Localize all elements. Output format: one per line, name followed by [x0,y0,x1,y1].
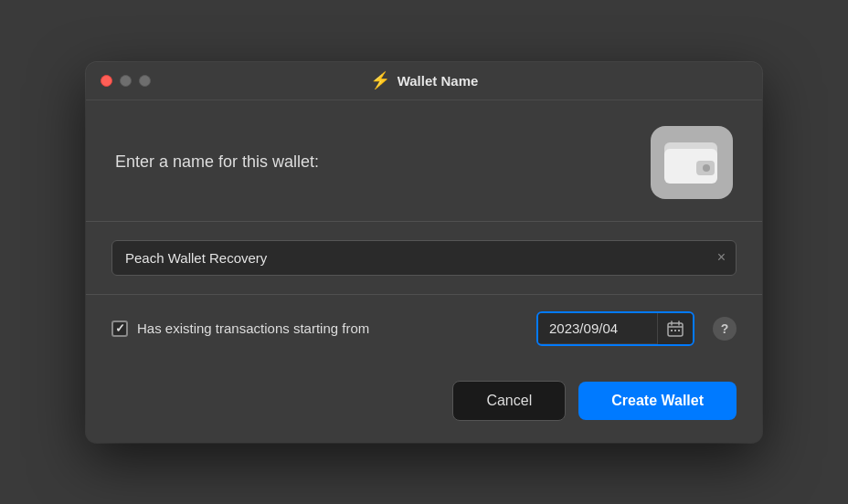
date-input[interactable] [538,313,657,343]
existing-transactions-label: Has existing transactions starting from [137,320,369,336]
svg-rect-8 [671,330,673,331]
svg-rect-10 [678,330,680,331]
existing-transactions-wrapper: ✓ Has existing transactions starting fro… [111,320,525,337]
wallet-icon-container [651,126,733,199]
svg-point-3 [703,164,710,172]
title-bar: ⚡ Wallet Name [86,62,762,100]
existing-transactions-checkbox[interactable]: ✓ [111,320,128,337]
dialog-title: Wallet Name [398,73,479,89]
dialog-content: Enter a name for this wallet: × [86,100,762,443]
title-lightning-icon: ⚡ [370,70,390,90]
wallet-name-label: Enter a name for this wallet: [115,152,319,172]
title-bar-center: ⚡ Wallet Name [370,70,479,90]
checkbox-section: ✓ Has existing transactions starting fro… [86,295,762,366]
minimize-button[interactable] [120,75,132,87]
calendar-button[interactable] [657,313,693,344]
name-input-wrapper: × [111,240,737,276]
dialog-window: ⚡ Wallet Name Enter a name for this wall… [86,62,762,443]
traffic-lights [101,75,151,87]
calendar-icon [667,320,684,337]
wallet-name-input[interactable] [111,240,737,276]
top-section: Enter a name for this wallet: [86,100,762,222]
svg-rect-9 [674,330,676,331]
clear-input-button[interactable]: × [717,250,726,265]
checkbox-checkmark: ✓ [115,322,125,334]
input-section: × [86,222,762,295]
date-input-wrapper [536,311,694,346]
wallet-icon [660,135,724,190]
create-wallet-button[interactable]: Create Wallet [578,382,737,420]
maximize-button[interactable] [139,75,151,87]
help-button[interactable]: ? [713,317,737,341]
close-button[interactable] [101,75,112,87]
cancel-button[interactable]: Cancel [452,381,566,421]
dialog-footer: Cancel Create Wallet [86,366,762,443]
